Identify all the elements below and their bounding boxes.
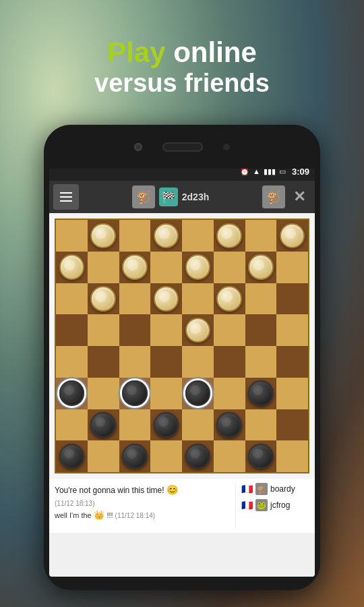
cell-0-1[interactable] bbox=[88, 220, 119, 252]
board-container bbox=[49, 213, 315, 479]
title-area: Play online versus friends bbox=[0, 37, 364, 99]
cell-5-0[interactable] bbox=[56, 378, 88, 409]
piece-white-0-5[interactable] bbox=[216, 223, 241, 248]
cell-2-6[interactable] bbox=[245, 283, 277, 315]
piece-white-2-5[interactable] bbox=[216, 286, 241, 311]
cell-0-6[interactable] bbox=[245, 220, 277, 252]
cell-4-3[interactable] bbox=[150, 346, 182, 378]
piece-black-5-6[interactable] bbox=[248, 380, 273, 405]
cell-7-7[interactable] bbox=[276, 440, 308, 472]
cell-2-3[interactable] bbox=[150, 283, 182, 315]
cell-7-1[interactable] bbox=[88, 440, 119, 472]
piece-black-7-2[interactable] bbox=[122, 444, 147, 469]
cell-3-5[interactable] bbox=[214, 314, 245, 346]
piece-black-6-1[interactable] bbox=[90, 412, 115, 437]
cell-3-2[interactable] bbox=[119, 314, 151, 346]
cell-6-1[interactable] bbox=[88, 409, 119, 441]
cell-3-4[interactable] bbox=[182, 314, 214, 346]
cell-1-2[interactable] bbox=[119, 252, 151, 283]
cell-4-7[interactable] bbox=[276, 346, 308, 378]
cell-5-3[interactable] bbox=[150, 378, 182, 409]
cell-7-3[interactable] bbox=[150, 440, 182, 472]
cell-1-1[interactable] bbox=[88, 252, 119, 283]
cell-4-4[interactable] bbox=[182, 346, 214, 378]
cell-1-5[interactable] bbox=[214, 252, 245, 283]
cell-0-4[interactable] bbox=[182, 220, 214, 252]
cell-2-2[interactable] bbox=[119, 283, 151, 315]
cell-0-7[interactable] bbox=[276, 220, 308, 252]
piece-white-2-1[interactable] bbox=[90, 286, 115, 311]
toolbar-right: 🐒 ✕ bbox=[262, 185, 311, 208]
player2-name: jcfrog bbox=[270, 500, 290, 510]
piece-black-7-4[interactable] bbox=[185, 444, 210, 469]
cell-2-5[interactable] bbox=[214, 283, 245, 315]
piece-black-7-6[interactable] bbox=[248, 444, 273, 469]
cell-5-1[interactable] bbox=[88, 378, 119, 409]
chat-timestamp-2: (11/12 18:14) bbox=[115, 512, 156, 519]
cell-2-7[interactable] bbox=[276, 283, 308, 315]
cell-1-4[interactable] bbox=[182, 252, 214, 283]
cell-5-2[interactable] bbox=[119, 378, 151, 409]
cell-0-5[interactable] bbox=[214, 220, 245, 252]
cell-5-5[interactable] bbox=[214, 378, 245, 409]
piece-white-0-7[interactable] bbox=[280, 223, 305, 248]
piece-white-0-1[interactable] bbox=[90, 223, 115, 248]
cell-2-1[interactable] bbox=[88, 283, 119, 315]
menu-button[interactable] bbox=[53, 184, 79, 210]
cell-6-7[interactable] bbox=[276, 409, 308, 441]
cell-2-0[interactable] bbox=[56, 283, 88, 315]
cell-0-2[interactable] bbox=[119, 220, 151, 252]
cell-5-7[interactable] bbox=[276, 378, 308, 409]
piece-black-6-5[interactable] bbox=[216, 412, 241, 437]
cell-3-7[interactable] bbox=[276, 314, 308, 346]
piece-black-6-3[interactable] bbox=[154, 412, 179, 437]
piece-white-2-3[interactable] bbox=[154, 286, 179, 311]
cell-6-5[interactable] bbox=[214, 409, 245, 441]
piece-white-1-0[interactable] bbox=[59, 254, 84, 279]
piece-black-5-0[interactable] bbox=[59, 380, 84, 405]
cell-3-1[interactable] bbox=[88, 314, 119, 346]
cell-6-2[interactable] bbox=[119, 409, 151, 441]
piece-black-5-4[interactable] bbox=[185, 380, 210, 405]
cell-0-3[interactable] bbox=[150, 220, 182, 252]
cell-6-4[interactable] bbox=[182, 409, 214, 441]
phone-top-bar bbox=[44, 125, 320, 169]
piece-black-7-0[interactable] bbox=[59, 444, 84, 469]
piece-white-0-3[interactable] bbox=[154, 223, 179, 248]
cell-4-1[interactable] bbox=[88, 346, 119, 378]
cell-4-5[interactable] bbox=[214, 346, 245, 378]
cell-3-6[interactable] bbox=[245, 314, 277, 346]
cell-5-6[interactable] bbox=[245, 378, 277, 409]
chat-message-1: You're not gonna win this time! 😊 bbox=[55, 483, 230, 497]
cell-0-0[interactable] bbox=[56, 220, 88, 252]
cell-3-0[interactable] bbox=[56, 314, 88, 346]
piece-white-1-2[interactable] bbox=[122, 254, 147, 279]
chat-message-2: well I'm the 👑 !!! (11/12 18:14) bbox=[55, 509, 230, 522]
cell-7-5[interactable] bbox=[214, 440, 245, 472]
phone-screen: ⏰ ▲ ▮▮▮ ▭ 3:09 🐒 🏁 2d23h 🐒 bbox=[49, 162, 315, 577]
player2-list-avatar: 🐸 bbox=[255, 499, 268, 511]
cell-7-0[interactable] bbox=[56, 440, 88, 472]
cell-6-6[interactable] bbox=[245, 409, 277, 441]
piece-white-1-6[interactable] bbox=[248, 254, 273, 279]
cell-6-3[interactable] bbox=[150, 409, 182, 441]
cell-7-4[interactable] bbox=[182, 440, 214, 472]
cell-6-0[interactable] bbox=[56, 409, 88, 441]
cell-1-6[interactable] bbox=[245, 252, 277, 283]
cell-1-3[interactable] bbox=[150, 252, 182, 283]
cell-1-0[interactable] bbox=[56, 252, 88, 283]
cell-4-0[interactable] bbox=[56, 346, 88, 378]
piece-black-5-2[interactable] bbox=[122, 380, 147, 405]
cell-4-6[interactable] bbox=[245, 346, 277, 378]
checkers-board[interactable] bbox=[55, 219, 309, 473]
cell-4-2[interactable] bbox=[119, 346, 151, 378]
piece-white-1-4[interactable] bbox=[185, 254, 210, 279]
close-button[interactable]: ✕ bbox=[288, 185, 311, 208]
cell-7-2[interactable] bbox=[119, 440, 151, 472]
cell-2-4[interactable] bbox=[182, 283, 214, 315]
cell-7-6[interactable] bbox=[245, 440, 277, 472]
cell-1-7[interactable] bbox=[276, 252, 308, 283]
cell-3-3[interactable] bbox=[150, 314, 182, 346]
cell-5-4[interactable] bbox=[182, 378, 214, 409]
piece-white-3-4[interactable] bbox=[185, 318, 210, 343]
